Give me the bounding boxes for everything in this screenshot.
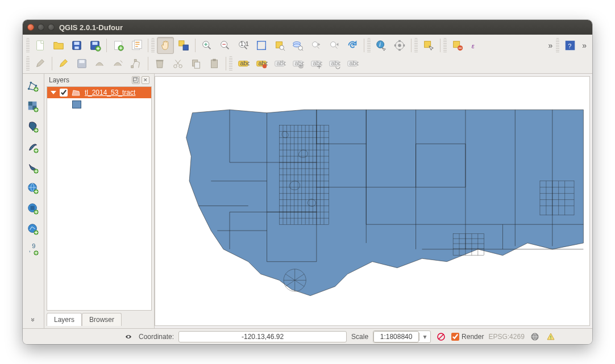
toolbar-overflow-button[interactable]: » xyxy=(580,41,589,50)
move-label-button[interactable]: abc xyxy=(308,55,325,72)
zoom-native-button[interactable]: 1:1 xyxy=(235,37,252,54)
add-wfs-layer-button[interactable] xyxy=(24,220,41,237)
highlight-pinned-labels-button[interactable]: abc xyxy=(253,55,270,72)
pin-labels-button[interactable]: abc xyxy=(271,55,288,72)
open-project-button[interactable] xyxy=(50,37,67,54)
scale-selector[interactable]: ▾ xyxy=(373,330,431,343)
add-vector-layer-button[interactable] xyxy=(24,77,41,94)
layers-tree[interactable]: tl_2014_53_tract xyxy=(47,86,152,311)
map-canvas[interactable] xyxy=(155,76,590,326)
tab-browser[interactable]: Browser xyxy=(82,313,122,326)
svg-rect-39 xyxy=(156,60,164,61)
expand-triangle-icon[interactable] xyxy=(51,91,56,94)
toolbar-grip[interactable] xyxy=(229,56,232,71)
toolbar-overflow-button[interactable]: » xyxy=(546,41,555,50)
render-checkbox[interactable] xyxy=(451,333,459,341)
layer-name: tl_2014_53_tract xyxy=(85,89,135,97)
toggle-extents-icon[interactable] xyxy=(123,331,134,342)
window-minimize-button[interactable] xyxy=(38,24,44,31)
window-maximize-button[interactable] xyxy=(48,24,55,31)
select-features-button[interactable] xyxy=(420,37,437,54)
current-edits-button[interactable] xyxy=(32,55,49,72)
move-feature-button[interactable] xyxy=(110,55,127,72)
toolbar-grip[interactable] xyxy=(26,38,30,53)
deselect-all-button[interactable] xyxy=(449,37,466,54)
toolbar-grip[interactable] xyxy=(414,38,418,53)
node-tool-button[interactable] xyxy=(128,55,145,72)
window-close-button[interactable] xyxy=(27,24,34,31)
new-project-button[interactable] xyxy=(32,37,49,54)
label-tool-button[interactable]: abc xyxy=(235,55,252,72)
svg-rect-17 xyxy=(257,41,266,50)
scale-label: Scale xyxy=(351,333,368,341)
toolbar-grip[interactable] xyxy=(367,38,371,53)
panel-close-button[interactable]: ✕ xyxy=(142,76,149,84)
zoom-next-button[interactable] xyxy=(326,37,343,54)
zoom-full-button[interactable] xyxy=(253,37,270,54)
layer-symbology-row[interactable] xyxy=(47,98,151,108)
render-checkbox-group[interactable]: Render xyxy=(451,333,484,341)
svg-text:1:1: 1:1 xyxy=(240,40,249,47)
coordinate-input[interactable] xyxy=(178,331,347,342)
refresh-button[interactable] xyxy=(344,37,361,54)
scale-input[interactable] xyxy=(373,331,419,342)
messages-button[interactable] xyxy=(545,331,556,342)
scale-dropdown-button[interactable]: ▾ xyxy=(419,333,430,341)
add-raster-layer-button[interactable] xyxy=(24,98,41,115)
stop-rendering-button[interactable] xyxy=(435,331,447,342)
toolbar-grip[interactable] xyxy=(556,38,559,53)
coordinate-label: Coordinate: xyxy=(139,333,174,341)
crs-status-button[interactable] xyxy=(529,331,541,342)
dock-overflow-button[interactable]: » xyxy=(29,318,37,322)
svg-text:,: , xyxy=(29,246,31,253)
toolbar-grip[interactable] xyxy=(443,38,447,53)
copy-features-button[interactable] xyxy=(188,55,205,72)
svg-point-64 xyxy=(30,82,32,84)
tab-layers[interactable]: Layers xyxy=(47,313,82,326)
pan-map-button[interactable] xyxy=(157,37,174,54)
add-wms-layer-button[interactable] xyxy=(24,179,41,196)
run-feature-action-button[interactable] xyxy=(391,37,408,54)
help-button[interactable]: ? xyxy=(562,37,579,54)
toolbar-grip[interactable] xyxy=(26,56,30,71)
svg-text:abc: abc xyxy=(277,60,286,66)
identify-button[interactable]: i xyxy=(373,37,390,54)
layer-item[interactable]: tl_2014_53_tract xyxy=(47,87,151,98)
layers-panel-title: Layers xyxy=(49,76,69,84)
add-delimited-text-layer-button[interactable]: ,9 xyxy=(24,241,41,258)
layer-visibility-checkbox[interactable] xyxy=(60,89,68,97)
show-hide-labels-button[interactable]: abc xyxy=(289,55,306,72)
titlebar[interactable]: QGIS 2.0.1-Dufour xyxy=(23,20,592,35)
svg-text:abc: abc xyxy=(350,60,359,66)
zoom-to-selection-button[interactable] xyxy=(271,37,288,54)
paste-features-button[interactable] xyxy=(206,55,223,72)
panel-undock-button[interactable] xyxy=(132,76,140,84)
svg-point-65 xyxy=(35,85,38,87)
composer-manager-button[interactable] xyxy=(128,37,145,54)
zoom-to-layer-button[interactable] xyxy=(289,37,306,54)
add-wcs-layer-button[interactable] xyxy=(24,200,41,217)
zoom-last-button[interactable] xyxy=(308,37,325,54)
zoom-in-button[interactable] xyxy=(198,37,215,54)
toggle-editing-button[interactable] xyxy=(55,55,72,72)
change-label-button[interactable]: abc xyxy=(344,55,361,72)
svg-point-56 xyxy=(301,66,302,68)
crs-display[interactable]: EPSG:4269 xyxy=(488,333,524,341)
toolbar-grip[interactable] xyxy=(151,38,155,53)
svg-rect-43 xyxy=(194,62,200,68)
new-print-composer-button[interactable] xyxy=(110,37,127,54)
add-spatialite-layer-button[interactable] xyxy=(24,139,41,156)
pan-to-selection-button[interactable] xyxy=(175,37,192,54)
add-feature-button[interactable] xyxy=(92,55,109,72)
select-by-expression-button[interactable]: ε xyxy=(467,37,484,54)
add-mssql-layer-button[interactable] xyxy=(24,159,41,176)
cut-features-button[interactable] xyxy=(169,55,186,72)
add-postgis-layer-button[interactable] xyxy=(24,118,41,135)
svg-rect-37 xyxy=(131,66,134,68)
delete-selected-button[interactable] xyxy=(151,55,168,72)
save-layer-edits-button[interactable] xyxy=(73,55,90,72)
save-project-button[interactable] xyxy=(68,37,85,54)
zoom-out-button[interactable] xyxy=(217,37,234,54)
save-project-as-button[interactable] xyxy=(86,37,103,54)
rotate-label-button[interactable]: abc xyxy=(326,55,343,72)
